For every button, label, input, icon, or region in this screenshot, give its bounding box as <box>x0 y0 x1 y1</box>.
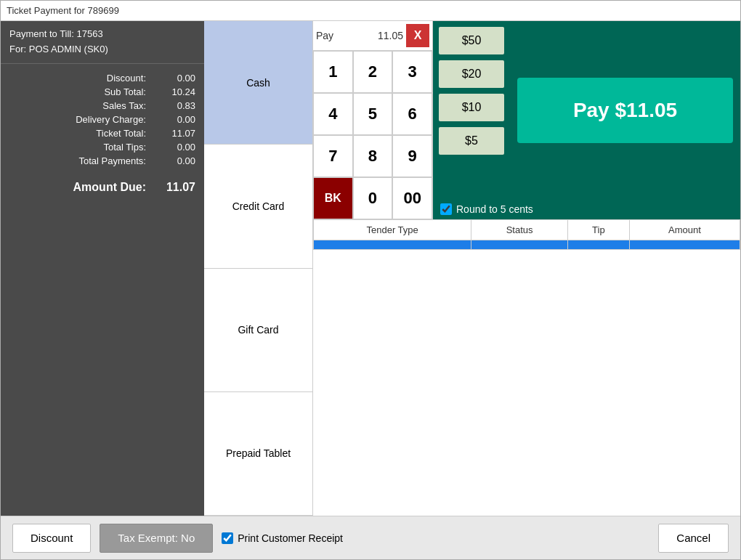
amount-cell <box>629 240 740 250</box>
num-btn-9[interactable]: 9 <box>392 135 432 177</box>
clear-button[interactable]: X <box>406 24 429 47</box>
right-top: $50 $20 $10 $5 Pay $11.05 <box>433 21 740 199</box>
financial-details: Discount: 0.00 Sub Total: 10.24 Sales Ta… <box>1 64 204 516</box>
tender-table: Tender Type Status Tip Amount <box>313 219 740 250</box>
total-payments-label: Total Payments: <box>9 155 152 166</box>
total-tips-row: Total Tips: 0.00 <box>9 140 195 154</box>
ticket-total-row: Ticket Total: 11.07 <box>9 126 195 140</box>
num-btn-6[interactable]: 6 <box>392 93 432 135</box>
payment-methods-list: Cash Credit Card Gift Card Prepaid Table… <box>204 21 313 516</box>
payment-to-line: Payment to Till: 17563 <box>9 27 195 42</box>
numpad-right-wrapper: Pay 11.05 X 1 2 3 4 5 6 7 8 <box>313 21 740 516</box>
delivery-value: 0.00 <box>152 114 195 125</box>
numpad-grid: 1 2 3 4 5 6 7 8 9 BK 0 00 <box>313 51 432 219</box>
amount-due-value: 11.07 <box>152 181 195 194</box>
pay-final-button[interactable]: Pay $11.05 <box>517 78 733 143</box>
payment-method-gift-card[interactable]: Gift Card <box>204 269 312 392</box>
window-title: Ticket Payment for 789699 <box>7 5 119 16</box>
cancel-button[interactable]: Cancel <box>658 524 729 553</box>
num-btn-5[interactable]: 5 <box>353 93 393 135</box>
num-btn-3[interactable]: 3 <box>392 51 432 93</box>
num-btn-8[interactable]: 8 <box>353 135 393 177</box>
main-content: Payment to Till: 17563 For: POS ADMIN (S… <box>1 21 740 516</box>
total-tips-label: Total Tips: <box>9 142 152 153</box>
pay-value: 11.05 <box>338 30 406 41</box>
tax-exempt-button[interactable]: Tax Exempt: No <box>100 524 213 553</box>
sales-tax-label: Sales Tax: <box>9 100 152 111</box>
num-btn-0[interactable]: 0 <box>353 177 393 219</box>
total-tips-value: 0.00 <box>152 142 195 153</box>
round-to-5-row: Round to 5 cents <box>433 199 740 219</box>
status-cell <box>471 240 568 250</box>
num-btn-00[interactable]: 00 <box>392 177 432 219</box>
col-amount: Amount <box>629 220 740 240</box>
payment-method-credit-card[interactable]: Credit Card <box>204 145 312 268</box>
delivery-label: Delivery Charge: <box>9 114 152 125</box>
top-section: Pay 11.05 X 1 2 3 4 5 6 7 8 <box>313 21 740 219</box>
numpad-area: Pay 11.05 X 1 2 3 4 5 6 7 8 <box>313 21 433 219</box>
ticket-total-label: Ticket Total: <box>9 128 152 139</box>
total-payments-value: 0.00 <box>152 155 195 166</box>
quick-amounts-col: $50 $20 $10 $5 <box>433 21 510 199</box>
num-btn-4[interactable]: 4 <box>313 93 353 135</box>
payment-method-prepaid-tablet[interactable]: Prepaid Tablet <box>204 392 312 516</box>
discount-value: 0.00 <box>152 73 195 84</box>
main-window: Ticket Payment for 789699 Payment to Til… <box>0 0 741 560</box>
amount-due-row: Amount Due: 11.07 <box>9 175 195 194</box>
pay-display: Pay 11.05 X <box>313 21 432 51</box>
round-to-5-checkbox[interactable] <box>440 203 452 215</box>
num-btn-1[interactable]: 1 <box>313 51 353 93</box>
num-btn-2[interactable]: 2 <box>353 51 393 93</box>
subtotal-row: Sub Total: 10.24 <box>9 85 195 99</box>
pay-button-area: Pay $11.05 <box>510 21 740 199</box>
amount-due-label: Amount Due: <box>9 181 152 194</box>
tip-cell <box>567 240 629 250</box>
discount-button[interactable]: Discount <box>12 524 91 553</box>
left-panel: Payment to Till: 17563 For: POS ADMIN (S… <box>1 21 204 516</box>
quick-amount-5[interactable]: $5 <box>439 127 504 155</box>
table-row[interactable] <box>314 240 740 250</box>
quick-amount-10[interactable]: $10 <box>439 94 504 121</box>
delivery-row: Delivery Charge: 0.00 <box>9 113 195 126</box>
quick-amount-50[interactable]: $50 <box>439 27 504 54</box>
sales-tax-value: 0.83 <box>152 100 195 111</box>
col-status: Status <box>471 220 568 240</box>
tender-type-cell <box>314 240 471 250</box>
middle-panel: Cash Credit Card Gift Card Prepaid Table… <box>204 21 740 516</box>
bottom-bar: Discount Tax Exempt: No Print Customer R… <box>1 516 740 559</box>
col-tender-type: Tender Type <box>314 220 471 240</box>
num-btn-7[interactable]: 7 <box>313 135 353 177</box>
num-btn-bk[interactable]: BK <box>313 177 353 219</box>
title-bar: Ticket Payment for 789699 <box>1 1 740 21</box>
subtotal-label: Sub Total: <box>9 86 152 97</box>
subtotal-value: 10.24 <box>152 86 195 97</box>
payment-for-line: For: POS ADMIN (SK0) <box>9 42 195 57</box>
print-receipt-label: Print Customer Receipt <box>238 532 343 544</box>
col-tip: Tip <box>567 220 629 240</box>
total-payments-row: Total Payments: 0.00 <box>9 154 195 168</box>
tender-table-area: Tender Type Status Tip Amount <box>313 219 740 516</box>
pay-label: Pay <box>316 30 338 41</box>
ticket-total-value: 11.07 <box>152 128 195 139</box>
discount-label: Discount: <box>9 73 152 84</box>
print-receipt-section: Print Customer Receipt <box>222 532 343 544</box>
round-to-5-label: Round to 5 cents <box>456 203 533 215</box>
payment-info: Payment to Till: 17563 For: POS ADMIN (S… <box>1 21 204 64</box>
quick-amount-20[interactable]: $20 <box>439 60 504 88</box>
print-receipt-checkbox[interactable] <box>222 532 233 544</box>
right-controls: $50 $20 $10 $5 Pay $11.05 <box>433 21 740 219</box>
sales-tax-row: Sales Tax: 0.83 <box>9 99 195 113</box>
discount-row: Discount: 0.00 <box>9 71 195 85</box>
payment-method-cash[interactable]: Cash <box>204 21 312 145</box>
